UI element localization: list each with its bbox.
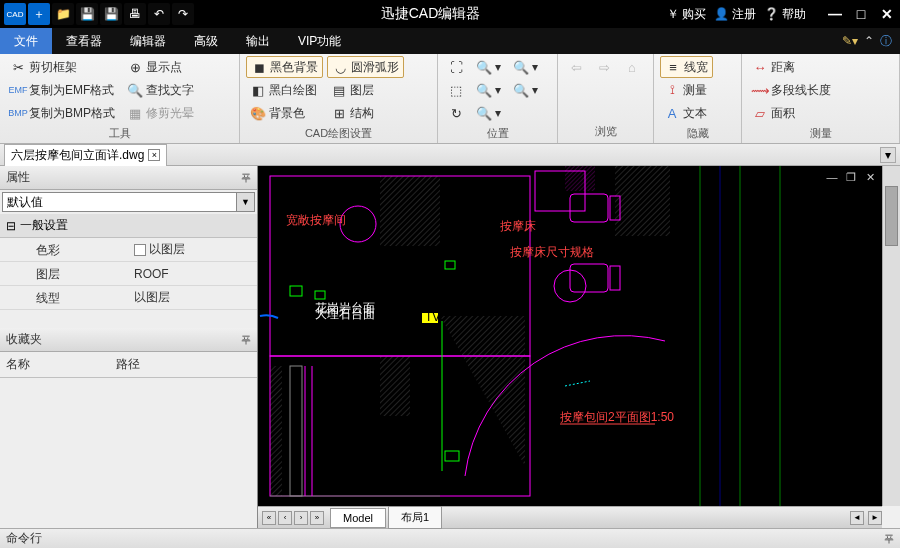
area-icon: ▱ [752,105,768,121]
doc-close-icon[interactable]: × [148,149,160,161]
pos-btn4[interactable]: 🔍▾ [472,56,505,78]
app-title: 迅捷CAD编辑器 [194,5,667,23]
menu-editor[interactable]: 编辑器 [116,28,180,54]
doc-tab[interactable]: 六层按摩包间立面详.dwg × [4,144,167,166]
redo-icon[interactable]: ↷ [172,3,194,25]
drawing-canvas[interactable]: — ❐ ✕ [258,166,882,506]
pin-icon[interactable]: 푸 [241,333,251,347]
home-button[interactable]: ⌂ [620,56,644,78]
default-input[interactable] [3,193,236,211]
area-button[interactable]: ▱面积 [748,102,835,124]
struct-button[interactable]: ⊞结构 [327,102,404,124]
arc-icon: ◡ [332,59,348,75]
prev-button[interactable]: ⇦ [564,56,588,78]
menu-viewer[interactable]: 查看器 [52,28,116,54]
prop-row-layer[interactable]: 图层ROOF [0,262,257,286]
pin-icon[interactable]: 푸 [241,171,251,185]
color-swatch [134,244,146,256]
pos-btn2[interactable]: ⬚ [444,79,468,101]
hscroll-right-icon[interactable]: ► [868,511,882,525]
poly-icon: ⟿ [752,82,768,98]
text-hide-button[interactable]: A文本 [660,102,713,124]
save-icon[interactable]: 💾 [76,3,98,25]
bg-color-button[interactable]: 🎨背景色 [246,102,323,124]
layer-button[interactable]: ▤图层 [327,79,404,101]
tab-first-icon[interactable]: « [262,511,276,525]
prop-section[interactable]: ⊟一般设置 [0,214,257,238]
copy-emf-button[interactable]: EMF复制为EMF格式 [6,79,119,101]
search-icon: 🔍 [127,82,143,98]
smooth-arc-button[interactable]: ◡圆滑弧形 [327,56,404,78]
distance-button[interactable]: ↔距离 [748,56,835,78]
minimize-button[interactable]: — [826,5,844,23]
prop-row-color[interactable]: 色彩以图层 [0,238,257,262]
combo-dropdown-icon[interactable]: ▼ [236,193,254,211]
app-icon[interactable]: CAD [4,3,26,25]
canvas-max-icon[interactable]: ❐ [843,170,859,184]
black-bg-button[interactable]: ◼黑色背景 [246,56,323,78]
svg-text:按摩床: 按摩床 [500,219,536,233]
print-icon[interactable]: 🖶 [124,3,146,25]
pos-btn8[interactable]: 🔍▾ [509,79,542,101]
open-icon[interactable]: 📁 [52,3,74,25]
prop-row-linetype[interactable]: 线型以图层 [0,286,257,310]
pos-btn5[interactable]: 🔍▾ [472,79,505,101]
scrollbar-thumb[interactable] [885,186,898,246]
command-line[interactable]: 命令行 푸 [0,528,900,548]
cmd-pin-icon[interactable]: 푸 [884,532,894,546]
struct-icon: ⊞ [331,105,347,121]
trim-halo-button[interactable]: ▦修剪光晕 [123,102,198,124]
fav-col-name[interactable]: 名称 [0,352,110,377]
tab-model[interactable]: Model [330,508,386,528]
collapse-icon[interactable]: ⌃ [864,34,874,48]
register-link[interactable]: 👤注册 [714,6,756,23]
canvas-close-icon[interactable]: ✕ [862,170,878,184]
measure-hide-button[interactable]: ⟟测量 [660,79,713,101]
menu-file[interactable]: 文件 [0,28,52,54]
doc-tab-label: 六层按摩包间立面详.dwg [11,147,144,164]
fav-header: 收藏夹푸 [0,328,257,352]
lineweight-button[interactable]: ≡线宽 [660,56,713,78]
fav-col-path[interactable]: 路径 [110,352,146,377]
group-browse-title: 浏览 [564,122,647,141]
tab-layout1[interactable]: 布局1 [388,506,442,529]
pos-btn6[interactable]: 🔍▾ [472,102,505,124]
menu-output[interactable]: 输出 [232,28,284,54]
bw-draw-button[interactable]: ◧黑白绘图 [246,79,323,101]
maximize-button[interactable]: □ [852,5,870,23]
pen-icon[interactable]: ✎▾ [842,34,858,48]
info-icon[interactable]: ⓘ [880,33,892,50]
fav-list [0,378,257,528]
help-link[interactable]: ❔帮助 [764,6,806,23]
undo-icon[interactable]: ↶ [148,3,170,25]
close-button[interactable]: ✕ [878,5,896,23]
polylen-button[interactable]: ⟿多段线长度 [748,79,835,101]
find-text-button[interactable]: 🔍查找文字 [123,79,198,101]
svg-rect-16 [315,291,325,299]
tab-prev-icon[interactable]: ‹ [278,511,292,525]
pos-btn7[interactable]: 🔍▾ [509,56,542,78]
group-pos-title: 位置 [444,124,551,143]
menu-advanced[interactable]: 高级 [180,28,232,54]
new-icon[interactable]: ＋ [28,3,50,25]
buy-link[interactable]: ￥购买 [667,6,706,23]
canvas-min-icon[interactable]: — [824,170,840,184]
hscroll-left-icon[interactable]: ◄ [850,511,864,525]
default-combo[interactable]: ▼ [2,192,255,212]
tab-dropdown[interactable]: ▾ [880,147,896,163]
tab-next-icon[interactable]: › [294,511,308,525]
tab-last-icon[interactable]: » [310,511,324,525]
menu-vip[interactable]: VIP功能 [284,28,355,54]
next-button[interactable]: ⇨ [592,56,616,78]
saveas-icon[interactable]: 💾 [100,3,122,25]
copy-bmp-button[interactable]: BMP复制为BMP格式 [6,102,119,124]
svg-rect-17 [445,261,455,269]
next-icon: ⇨ [596,59,612,75]
pos-btn3[interactable]: ↻ [444,102,468,124]
crop-frame-button[interactable]: ✂剪切框架 [6,56,119,78]
zoom-icon: 🔍 [513,59,529,75]
show-point-button[interactable]: ⊕显示点 [123,56,198,78]
vertical-scrollbar[interactable] [882,166,900,506]
pos-btn1[interactable]: ⛶ [444,56,468,78]
svg-rect-35 [270,366,282,496]
